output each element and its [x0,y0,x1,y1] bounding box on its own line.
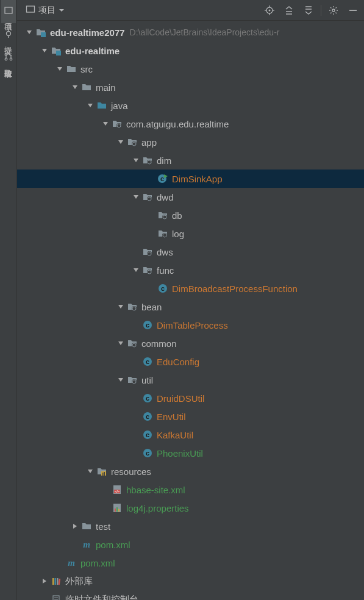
src-folder-icon [96,100,107,111]
chevron-down-icon[interactable] [101,119,110,129]
chevron-right-icon[interactable] [40,576,49,586]
class-icon: c [142,356,153,367]
tool-tab-commit[interactable]: 提交 [1,23,16,46]
expand-all-button[interactable] [282,3,296,18]
chevron-down-icon[interactable] [24,27,34,37]
chevron-down-icon[interactable] [131,265,141,275]
tree-node[interactable]: test [17,517,364,535]
locate-button[interactable] [262,3,277,18]
tree-node-label: edu-realtime [65,46,120,56]
view-label-text: 项目 [38,5,55,16]
collapse-all-button[interactable] [301,3,316,18]
tree-node[interactable]: com.atguigu.edu.realtime [17,115,364,133]
tree-node[interactable]: edu-realtime [17,41,364,60]
folder-icon [66,63,77,74]
chevron-down-icon[interactable] [40,46,49,55]
class-icon: c [142,320,153,330]
svg-text:c: c [146,358,149,365]
tree-node[interactable]: db [17,206,364,224]
arrow-spacer [146,284,156,293]
tree-node[interactable]: cDruidDSUtil [17,389,364,407]
tree-node-label: pom.xml [80,558,115,568]
tree-node[interactable]: src [17,60,364,78]
tree-node[interactable]: resources [17,462,364,480]
tree-node-label: EduConfig [157,357,199,367]
tree-node[interactable]: 外部库 [17,572,364,590]
arrow-spacer [55,558,65,568]
tree-node[interactable]: cPhoenixUtil [17,444,364,462]
tree-node[interactable]: cEduConfig [17,352,364,371]
project-icon [4,6,13,15]
tree-node[interactable]: bean [17,298,364,316]
tree-node[interactable]: 临时文件和控制台 [17,590,364,600]
tree-node-label: main [96,82,116,93]
chevron-down-icon[interactable] [116,137,126,147]
svg-text:c: c [146,321,149,329]
svg-rect-71 [55,578,57,585]
svg-rect-70 [52,578,54,585]
tree-node-label: app [141,137,157,148]
chevron-right-icon[interactable] [70,521,80,531]
chevron-down-icon[interactable] [70,82,80,92]
tree-node-label: PhoenixUtil [157,448,203,459]
tree-node[interactable]: </>hbase-site.xml [17,480,364,499]
tree-node[interactable]: mpom.xml [17,554,364,572]
tree-node-label: dws [157,247,173,257]
tree-node[interactable]: java [17,96,364,115]
chevron-down-icon[interactable] [131,192,141,202]
class-icon: c [157,283,168,294]
tree-node[interactable]: cDimSinkApp [17,170,364,188]
tree-node[interactable]: edu-realtime2077D:\allCode\JetBrains\Ide… [17,23,364,41]
tree-node[interactable]: dwd [17,188,364,206]
hide-button[interactable] [346,3,360,18]
tree-node[interactable]: dim [17,151,364,170]
tree-node[interactable]: cDimBroadcastProcessFunction [17,279,364,298]
tree-node-label: dim [157,155,171,166]
tree-node[interactable]: dws [17,243,364,261]
chevron-down-icon[interactable] [116,302,126,312]
tree-node[interactable]: main [17,78,364,96]
svg-rect-19 [56,51,61,55]
tree-node[interactable]: app [17,133,364,151]
tree-node[interactable]: util [17,371,364,389]
settings-button[interactable] [326,3,341,18]
tree-node-label: func [157,265,174,276]
tree-node-label: db [172,210,182,221]
tree-node[interactable]: cKafkaUtil [17,426,364,444]
package-icon [142,246,153,257]
arrow-spacer [101,503,110,513]
arrow-spacer [131,412,141,421]
tree-node[interactable]: cEnvUtil [17,407,364,426]
svg-text:c: c [146,413,149,420]
arrow-spacer [70,540,80,549]
chevron-down-icon[interactable] [131,155,141,165]
svg-text:</>: </> [115,490,120,493]
tree-node[interactable]: log4j.properties [17,499,364,517]
tree-node-label: pom.xml [96,540,130,550]
tree-node[interactable]: mpom.xml [17,535,364,554]
tool-tab-pull-requests[interactable]: 拉取请求 [1,46,16,70]
tree-node[interactable]: func [17,261,364,279]
svg-rect-65 [115,509,116,512]
view-selector[interactable]: 项目 [21,2,70,18]
tree-node[interactable]: common [17,334,364,352]
chevron-down-icon[interactable] [85,466,95,476]
svg-text:m: m [68,558,75,568]
tree-node-label: 外部库 [65,576,93,587]
chevron-down-icon[interactable] [116,338,126,348]
tree-node-label: java [111,101,128,111]
chevron-down-icon[interactable] [55,64,65,74]
chevron-down-icon[interactable] [116,375,126,385]
project-tree[interactable]: edu-realtime2077D:\allCode\JetBrains\Ide… [17,21,364,600]
arrow-spacer [131,320,141,330]
svg-text:c: c [161,285,165,292]
chevron-down-icon[interactable] [85,101,95,110]
xml-icon: </> [112,484,123,495]
svg-text:c: c [146,395,149,402]
tree-node[interactable]: cDimTableProcess [17,316,364,334]
package-icon [127,301,138,312]
package-icon [157,228,168,239]
lib-icon [51,576,62,587]
tree-node[interactable]: log [17,224,364,243]
tool-tab-project[interactable]: 项目 [1,0,16,23]
